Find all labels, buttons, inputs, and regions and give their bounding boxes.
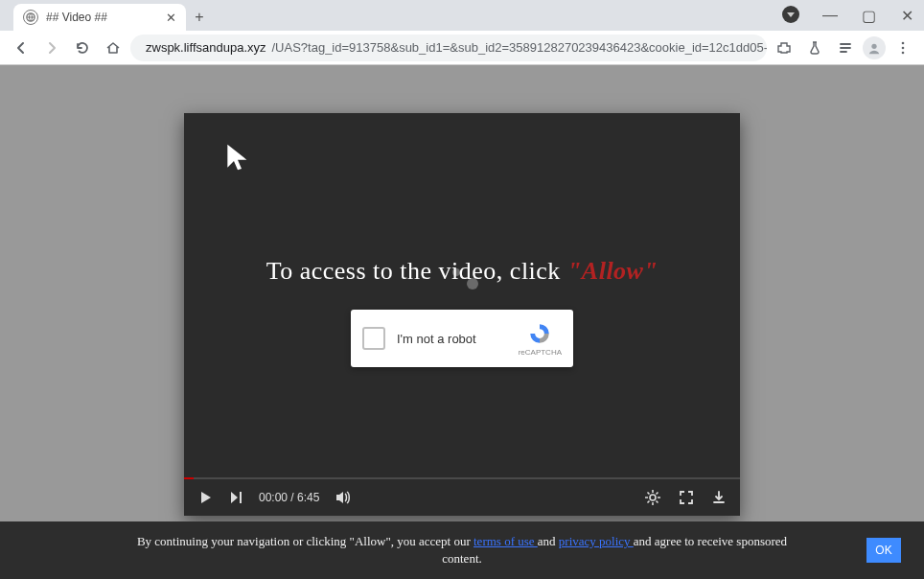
video-area[interactable]: To access to the video, click "Allow" I'… (184, 113, 740, 477)
headline-allow: "Allow" (567, 257, 658, 285)
forward-button[interactable] (38, 35, 65, 61)
media-indicator-icon[interactable] (782, 6, 799, 23)
terms-link[interactable]: terms of use (474, 534, 538, 548)
maximize-icon[interactable]: ▢ (857, 6, 880, 25)
new-tab-button[interactable]: + (186, 4, 213, 31)
consent-text: By continuing your navigation or clickin… (117, 533, 807, 567)
svg-point-5 (650, 495, 656, 500)
svg-point-4 (902, 51, 905, 54)
overlay-headline: To access to the video, click "Allow" (184, 257, 740, 286)
browser-titlebar: ## Video ## ✕ + — ▢ ✕ (0, 0, 924, 31)
svg-point-3 (902, 46, 905, 49)
privacy-link[interactable]: privacy policy (559, 534, 634, 548)
recaptcha-label: I'm not a robot (397, 332, 476, 346)
reading-list-icon[interactable] (832, 35, 859, 61)
address-bar[interactable]: zwspk.liffsandupa.xyz/UAS?tag_id=913758&… (130, 35, 767, 61)
close-tab-icon[interactable]: ✕ (166, 11, 176, 25)
close-window-icon[interactable]: ✕ (895, 6, 918, 25)
window-controls: — ▢ ✕ (819, 6, 918, 25)
browser-toolbar: zwspk.liffsandupa.xyz/UAS?tag_id=913758&… (0, 31, 924, 65)
volume-button[interactable] (335, 489, 352, 506)
page-content: To access to the video, click "Allow" I'… (0, 65, 924, 579)
extensions-button[interactable] (771, 35, 797, 61)
kebab-menu-icon[interactable] (889, 35, 916, 61)
progress-bar[interactable] (184, 477, 740, 479)
labs-icon[interactable] (801, 35, 828, 61)
consent-ok-button[interactable]: OK (866, 538, 901, 563)
svg-point-1 (871, 43, 876, 48)
minimize-icon[interactable]: — (819, 6, 842, 25)
settings-gear-icon[interactable] (644, 489, 661, 506)
profile-avatar[interactable] (863, 36, 886, 59)
reload-button[interactable] (69, 35, 96, 61)
home-button[interactable] (100, 35, 127, 61)
download-button[interactable] (711, 490, 727, 505)
consent-banner: By continuing your navigation or clickin… (0, 521, 924, 579)
video-controls: 00:00 / 6:45 (184, 479, 740, 516)
tab-title: ## Video ## (46, 11, 107, 24)
globe-icon (23, 10, 38, 25)
url-path: /UAS?tag_id=913758&sub_id1=&sub_id2=3589… (272, 40, 768, 55)
video-player: To access to the video, click "Allow" I'… (184, 113, 740, 516)
back-button[interactable] (8, 35, 35, 61)
svg-point-2 (902, 41, 905, 44)
fullscreen-button[interactable] (679, 490, 694, 505)
time-display: 00:00 / 6:45 (259, 491, 319, 504)
cursor-icon (222, 142, 253, 176)
browser-tab[interactable]: ## Video ## ✕ (13, 4, 186, 31)
headline-text: To access to the video, click (266, 257, 567, 285)
recaptcha-checkbox[interactable] (362, 327, 385, 350)
recaptcha-logo: reCAPTCHA (519, 321, 562, 357)
recaptcha-widget[interactable]: I'm not a robot reCAPTCHA (351, 310, 573, 367)
url-host: zwspk.liffsandupa.xyz (146, 40, 266, 55)
play-button[interactable] (197, 490, 213, 505)
next-button[interactable] (228, 490, 243, 505)
